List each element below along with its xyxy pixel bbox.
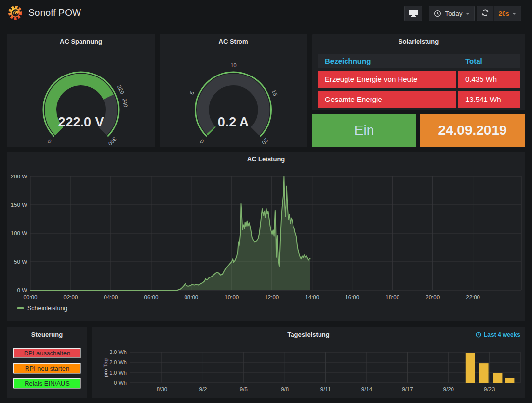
refresh-button[interactable] — [477, 6, 494, 21]
dashboard-title[interactable]: Sonoff POW — [28, 7, 81, 18]
panel-ac-spannung: AC Spannung 0220240300222.0 V — [7, 34, 155, 147]
row-label: Erzeugte Energie von Heute — [318, 71, 456, 88]
rpi-shutdown-button[interactable]: RPI ausschalten — [13, 348, 81, 358]
column-header[interactable]: Bezeichnung — [318, 54, 456, 68]
svg-text:9/11: 9/11 — [320, 386, 331, 392]
svg-text:1.0 Wh: 1.0 Wh — [109, 370, 127, 376]
legend-item-scheinleistung[interactable]: Scheinleistung — [17, 305, 67, 312]
svg-text:200 W: 200 W — [11, 174, 27, 179]
solar-table: Bezeichnung Total Erzeugte Energie von H… — [318, 54, 520, 108]
svg-text:20: 20 — [261, 137, 269, 146]
rpi-restart-button[interactable]: RPI neu starten — [13, 363, 81, 374]
clock-icon — [476, 332, 481, 338]
svg-text:0.2 A: 0.2 A — [218, 115, 249, 129]
svg-text:00:00: 00:00 — [24, 294, 38, 300]
svg-text:0: 0 — [199, 138, 205, 145]
panel-relay-state: Ein — [312, 114, 416, 147]
monitor-icon — [409, 9, 418, 19]
caret-down-icon — [512, 13, 516, 15]
refresh-controls: 20s — [477, 6, 521, 21]
svg-text:9/8: 9/8 — [281, 386, 289, 392]
clock-icon — [434, 10, 441, 17]
panel-ac-strom: AC Strom 051015200.2 A — [160, 34, 307, 147]
svg-text:240: 240 — [122, 98, 129, 108]
svg-text:0: 0 — [46, 138, 53, 145]
refresh-icon — [481, 9, 489, 19]
panel-date: 24.09.2019 — [420, 114, 525, 147]
panel-title[interactable]: AC Leistung — [7, 155, 525, 163]
panel-ac-leistung: AC Leistung 0 W50 W100 W150 W200 W00:000… — [7, 152, 525, 321]
panel-title[interactable]: Tagesleistung — [92, 331, 525, 338]
svg-text:9/5: 9/5 — [240, 386, 248, 392]
voltage-gauge: 0220240300222.0 V — [7, 48, 155, 146]
row-label: Gesamte Energie — [318, 91, 456, 108]
panel-title[interactable]: Solarleistung — [312, 38, 525, 45]
relay-state-value: Ein — [354, 123, 374, 138]
svg-text:100 W: 100 W — [11, 230, 27, 236]
svg-text:9/14: 9/14 — [361, 386, 372, 392]
time-range-picker[interactable]: Today — [429, 6, 475, 21]
relay-toggle-button[interactable]: Relais EIN/AUS — [13, 378, 81, 389]
svg-text:300: 300 — [107, 136, 118, 146]
top-navbar: Sonoff POW Today — [0, 0, 532, 27]
refresh-interval-label: 20s — [498, 10, 509, 17]
svg-text:0 W: 0 W — [17, 287, 27, 293]
svg-text:06:00: 06:00 — [144, 294, 159, 300]
svg-text:10: 10 — [230, 62, 236, 68]
svg-text:3.0 Wh: 3.0 Wh — [109, 349, 127, 355]
time-range-label: Today — [445, 10, 462, 17]
svg-text:150 W: 150 W — [11, 202, 27, 208]
svg-text:5: 5 — [189, 90, 195, 95]
series-color-dash — [17, 307, 24, 309]
power-time-series-chart: 0 W50 W100 W150 W200 W00:0002:0004:0006:… — [7, 165, 525, 305]
panel-steuerung: Steuerung RPI ausschalten RPI neu starte… — [7, 327, 87, 398]
svg-text:04:00: 04:00 — [104, 294, 118, 300]
svg-text:pro Tag: pro Tag — [103, 358, 108, 377]
panel-title[interactable]: AC Strom — [160, 38, 307, 45]
svg-text:08:00: 08:00 — [184, 294, 198, 300]
panel-title[interactable]: AC Spannung — [7, 38, 155, 45]
panel-tagesleistung: Tagesleistung Last 4 weeks 0 Wh1.0 Wh2.0… — [92, 327, 525, 398]
series-name: Scheinleistung — [27, 305, 67, 312]
svg-text:10:00: 10:00 — [224, 294, 239, 300]
current-gauge: 051015200.2 A — [160, 48, 307, 146]
grafana-logo-icon[interactable] — [8, 5, 23, 20]
svg-text:14:00: 14:00 — [305, 294, 319, 300]
row-value: 0.435 Wh — [456, 71, 520, 88]
control-buttons: RPI ausschalten RPI neu starten Relais E… — [7, 348, 87, 393]
svg-text:12:00: 12:00 — [265, 294, 279, 300]
svg-text:9/23: 9/23 — [484, 386, 495, 392]
table-row: Erzeugte Energie von Heute 0.435 Wh — [318, 71, 520, 88]
svg-text:8/30: 8/30 — [157, 386, 167, 392]
svg-text:9/20: 9/20 — [443, 386, 454, 392]
panel-title[interactable]: Steuerung — [7, 331, 87, 338]
caret-down-icon — [466, 13, 470, 15]
svg-text:9/2: 9/2 — [199, 386, 207, 392]
svg-text:0 Wh: 0 Wh — [114, 380, 127, 386]
navbar-controls: Today 20s — [404, 6, 521, 21]
refresh-interval-dropdown[interactable]: 20s — [494, 6, 521, 21]
svg-text:2.0 Wh: 2.0 Wh — [109, 359, 127, 365]
svg-text:220: 220 — [116, 84, 126, 95]
svg-text:50 W: 50 W — [14, 259, 27, 265]
panel-solarleistung: Solarleistung Bezeichnung Total Erzeugte… — [312, 34, 525, 110]
daily-energy-bar-chart: 0 Wh1.0 Wh2.0 Wh3.0 Wh8/309/29/59/89/119… — [92, 340, 525, 397]
time-shortcut-link[interactable]: Last 4 weeks — [476, 331, 520, 338]
svg-text:16:00: 16:00 — [345, 294, 359, 300]
brand: Sonoff POW — [8, 5, 81, 20]
kiosk-mode-button[interactable] — [404, 6, 422, 21]
svg-text:9/17: 9/17 — [402, 386, 413, 392]
svg-text:18:00: 18:00 — [385, 294, 399, 300]
svg-text:222.0 V: 222.0 V — [58, 115, 104, 129]
svg-text:02:00: 02:00 — [64, 294, 78, 300]
column-header[interactable]: Total — [456, 54, 520, 68]
svg-text:15: 15 — [271, 89, 279, 97]
table-row: Gesamte Energie 13.541 Wh — [318, 91, 520, 108]
date-value: 24.09.2019 — [438, 123, 506, 138]
svg-text:20:00: 20:00 — [426, 294, 440, 300]
row-value: 13.541 Wh — [456, 91, 520, 108]
table-header-row: Bezeichnung Total — [318, 54, 520, 68]
svg-text:22:00: 22:00 — [466, 294, 480, 300]
time-shortcut-label: Last 4 weeks — [484, 331, 520, 338]
